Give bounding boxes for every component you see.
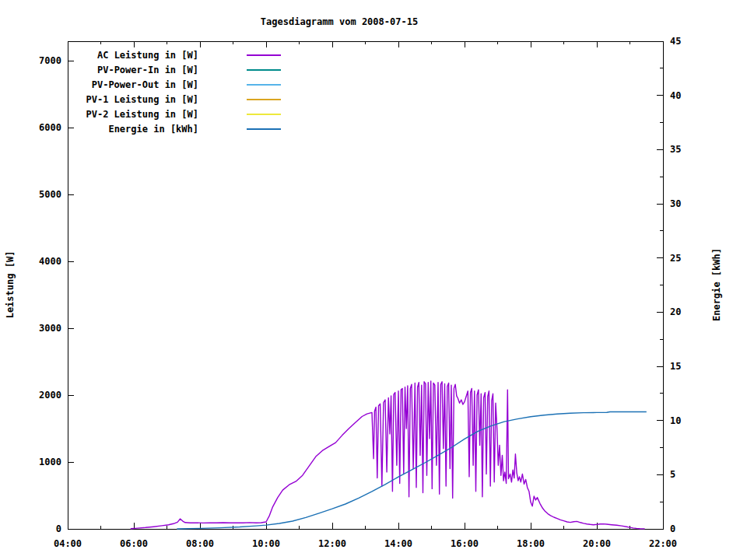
legend: AC Leistung in [W]PV-Power-In in [W]PV-P…: [70, 47, 282, 136]
x-tick-label: 06:00: [120, 538, 148, 549]
chart-page: Tagesdiagramm vom 2008-07-15 Leistung [W…: [0, 0, 747, 560]
legend-item-ac-leistung-in-w: AC Leistung in [W]: [70, 47, 282, 62]
x-tick-label: 08:00: [186, 538, 214, 549]
y-right-tick-label: 20: [670, 306, 681, 317]
legend-item-pv-power-out-in-w: PV-Power-Out in [W]: [70, 77, 282, 92]
y-left-tick-label: 1000: [39, 457, 61, 467]
y-right-tick-label: 15: [670, 361, 681, 372]
legend-label: AC Leistung in [W]: [70, 50, 198, 61]
y-left-tick-label: 6000: [39, 122, 61, 133]
x-tick-label: 22:00: [649, 538, 677, 549]
y-left-tick-label: 2000: [39, 390, 61, 401]
legend-label: PV-2 Leistung in [W]: [70, 109, 198, 120]
y-right-tick-label: 5: [670, 469, 675, 480]
legend-label: PV-Power-Out in [W]: [70, 79, 198, 90]
legend-line-sample: [247, 99, 281, 100]
x-tick-label: 20:00: [583, 538, 611, 549]
legend-label: PV-Power-In in [W]: [70, 65, 198, 75]
legend-item-pv-2-leistung-in-w: PV-2 Leistung in [W]: [70, 107, 282, 121]
y-right-tick-label: 45: [670, 36, 681, 47]
series-ac-leistung-in-w: [131, 381, 645, 529]
y-right-tick-label: 40: [670, 90, 681, 101]
y-axis-label-right: Energie [kWh]: [711, 248, 722, 321]
x-tick-label: 12:00: [318, 538, 346, 549]
series-energie-in-kwh: [177, 412, 647, 530]
legend-item-energie-in-kwh: Energie in [kWh]: [70, 121, 282, 136]
legend-label: Energie in [kWh]: [70, 124, 198, 135]
legend-label: PV-1 Leistung in [W]: [70, 94, 198, 105]
y-left-tick-label: 0: [56, 523, 61, 534]
y-axis-label-left: Leistung [W]: [5, 251, 16, 319]
y-left-tick-label: 5000: [39, 189, 61, 200]
y-right-tick-label: 0: [670, 523, 675, 534]
x-tick-label: 16:00: [451, 538, 479, 549]
legend-line-sample: [247, 84, 281, 86]
x-tick-label: 18:00: [517, 538, 545, 549]
legend-line-sample: [247, 54, 281, 56]
legend-item-pv-1-leistung-in-w: PV-1 Leistung in [W]: [70, 92, 282, 107]
chart-title: Tagesdiagramm vom 2008-07-15: [261, 16, 418, 27]
x-tick-label: 10:00: [252, 538, 280, 549]
y-right-tick-label: 25: [670, 253, 681, 264]
y-right-tick-label: 10: [670, 415, 681, 426]
y-left-tick-label: 3000: [39, 323, 61, 334]
legend-line-sample: [247, 128, 281, 130]
y-left-tick-label: 7000: [39, 55, 61, 66]
legend-line-sample: [247, 114, 281, 115]
legend-line-sample: [247, 69, 281, 71]
y-right-tick-label: 35: [670, 144, 681, 155]
legend-item-pv-power-in-in-w: PV-Power-In in [W]: [70, 62, 282, 77]
y-right-tick-label: 30: [670, 198, 681, 209]
x-tick-label: 14:00: [384, 538, 412, 549]
x-tick-label: 04:00: [54, 538, 82, 549]
y-left-tick-label: 4000: [39, 256, 61, 267]
